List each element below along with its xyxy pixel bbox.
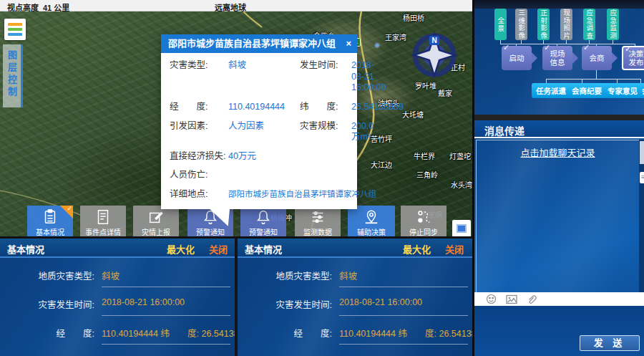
field-underline xyxy=(339,287,468,287)
toolbar-label: 停止同步 xyxy=(409,226,438,237)
emoji-icon[interactable] xyxy=(486,294,497,304)
action-meeting-minutes[interactable]: 会商纪要 xyxy=(567,83,606,98)
field-value: 200.0万m³ xyxy=(351,121,374,143)
toolbar-label: 监测数据 xyxy=(303,226,332,237)
stage-ortho-imagery[interactable]: 正射影像 xyxy=(537,9,550,40)
load-chat-history-link[interactable]: 点击加载聊天记录 xyxy=(477,145,639,159)
chat-scrollbar[interactable] xyxy=(639,140,644,292)
field-label: 地质灾害类型: xyxy=(0,269,94,282)
field-underline xyxy=(339,315,468,316)
stage-panorama[interactable]: 全景 xyxy=(494,9,507,40)
field-label: 引发因素: xyxy=(170,121,228,143)
maximize-button[interactable]: 最大化 xyxy=(403,242,431,256)
step-label: 会商 xyxy=(590,54,605,62)
document-icon xyxy=(94,208,112,226)
panel-header: 基本情况 最大化 关闭 xyxy=(0,239,236,258)
maximize-button[interactable]: 最大化 xyxy=(167,242,195,256)
toolbar-button-decision-support[interactable]: 辅助决策 xyxy=(348,206,395,237)
checked-badge: ✓ xyxy=(60,206,73,218)
field-value: 斜坡 xyxy=(339,269,357,282)
stage-emergency-survey[interactable]: 应急调查 xyxy=(583,9,595,40)
action-expert-opinion[interactable]: 专家意见 xyxy=(603,83,642,98)
toolbar-label: 辅助决策 xyxy=(357,226,386,237)
field-label: 灾害发生时间: xyxy=(238,297,332,311)
toolbar-button-basic-info[interactable]: 基本情况 ✓ xyxy=(27,206,73,237)
map-place-label: 大江边 xyxy=(371,159,392,170)
field-value: 26.54138889 xyxy=(351,102,404,113)
layer-control-button[interactable]: 图层控制 xyxy=(3,44,23,107)
field-underline xyxy=(339,344,468,345)
popup-title: 邵阳市城步苗族自治县茅坪镇谭家冲八组 xyxy=(161,34,357,53)
message-input[interactable]: 发 送 xyxy=(474,306,644,356)
map-place-label: 王家湾 xyxy=(385,32,406,42)
step-label: 启动 xyxy=(509,54,525,62)
field-label: 发生时间: xyxy=(300,60,351,94)
toolbar-button-stop-sync[interactable]: 停止同步 xyxy=(401,206,447,237)
action-consult[interactable]: 会商 xyxy=(638,83,644,98)
panel-collapse-handle[interactable]: ≡ xyxy=(640,172,644,183)
field-label: 地质灾害类型: xyxy=(238,269,332,282)
toolbar-label: 预警通知 xyxy=(196,226,225,237)
menu-toggle-button[interactable] xyxy=(4,19,26,40)
app-root: 视点高度 41 公里 远离地球 杨田桥 金紫乡 王家湾 正村 罗叶堆 戴家 油榨… xyxy=(0,0,644,356)
close-button[interactable]: 关闭 xyxy=(445,242,464,256)
layer-control-label: 图层控制 xyxy=(5,50,19,99)
field-label: 灾害发生时间: xyxy=(0,297,94,311)
action-task-dispatch[interactable]: 任务派遣 xyxy=(532,83,570,98)
step-site-info[interactable]: ✓ 现场信息 xyxy=(542,46,572,70)
toolbar-button-warning-notice-2[interactable]: 预警通知 xyxy=(240,206,286,237)
edit-icon xyxy=(147,208,165,226)
sliders-icon xyxy=(308,208,327,226)
field-value: 2018-08-21 16:00:00 xyxy=(351,60,386,94)
stage-label: 应急监测 xyxy=(610,9,617,39)
map-place-label: 牛栏界 xyxy=(414,150,435,161)
map-place-label: 灯盏坨 xyxy=(449,150,471,161)
stage-emergency-monitor[interactable]: 应急监测 xyxy=(607,9,619,40)
field-value: 2018-08-21 16:00:00 xyxy=(339,297,422,307)
toolbar-label: 灾情上报 xyxy=(142,226,170,237)
map-status-bar: 视点高度 41 公里 远离地球 xyxy=(0,0,472,11)
check-icon: ✓ xyxy=(544,43,550,52)
bell-icon xyxy=(254,208,273,226)
basic-info-panel-right: 基本情况 最大化 关闭 地质灾害类型: 斜坡 灾害发生时间: 2018-08-2… xyxy=(238,239,472,356)
field-value: 110.40194444 纬 度: 26.54138889 xyxy=(102,326,236,340)
field-value: 110.40194444 xyxy=(228,102,300,113)
toolbar-button-report[interactable]: 灾情上报 xyxy=(133,206,179,237)
panel-title: 基本情况 xyxy=(7,242,44,256)
step-start[interactable]: ✓ 启动 xyxy=(502,46,532,70)
workflow-message-panel: 全景 三维影像 正射影像 现场照片 应急调查 应急监测 ✓ 启动 ✓ 现场信息 … xyxy=(472,0,644,356)
step-decision-release[interactable]: ✓ 决策发布 xyxy=(622,46,644,70)
disaster-info-popup: 邵阳市城步苗族自治县茅坪镇谭家冲八组 × 灾害类型: 斜坡 发生时间: 2018… xyxy=(161,34,357,209)
paperclip-icon[interactable] xyxy=(527,294,537,304)
hamburger-bar xyxy=(8,33,22,36)
step-consultation[interactable]: ✓ 会商 xyxy=(582,46,612,70)
image-icon[interactable] xyxy=(506,294,517,304)
compass-icon[interactable]: N xyxy=(409,29,459,79)
toolbar-button-monitor-data[interactable]: 监测数据 xyxy=(295,206,341,237)
step-label: 现场信息 xyxy=(548,49,567,67)
chat-scrollbar-thumb[interactable] xyxy=(640,141,644,164)
send-button[interactable]: 发 送 xyxy=(580,335,640,351)
clipboard-icon xyxy=(41,208,59,226)
panel-title: 基本情况 xyxy=(245,242,282,256)
water-poi-icon: ✳ xyxy=(374,42,380,49)
stage-label: 应急调查 xyxy=(586,9,593,39)
close-button[interactable]: 关闭 xyxy=(209,242,228,256)
close-icon[interactable]: × xyxy=(346,34,351,53)
message-title: 消息传递 xyxy=(484,123,525,138)
message-section-divider xyxy=(474,115,644,120)
stage-3d-imagery[interactable]: 三维影像 xyxy=(515,9,527,40)
field-label: 纬 度: xyxy=(300,102,351,113)
stage-label: 现场照片 xyxy=(563,9,570,39)
field-value: 2018-08-21 16:00:00 xyxy=(102,297,185,307)
stage-site-photos[interactable]: 现场照片 xyxy=(560,9,572,40)
toolbar-button-event-detail[interactable]: 事件点详情 xyxy=(80,206,126,237)
chat-history-area[interactable]: 点击加载聊天记录 xyxy=(476,140,639,292)
message-section-header: 消息传递 xyxy=(474,120,644,138)
field-label: 直接经济损失: xyxy=(170,151,228,163)
fit-view-button[interactable] xyxy=(452,220,471,237)
map-place-label: 苦竹坪 xyxy=(371,133,392,144)
panel-header: 基本情况 最大化 关闭 xyxy=(238,239,472,258)
stage-label: 三维影像 xyxy=(518,9,525,39)
field-value: 人为因素 xyxy=(228,121,300,143)
